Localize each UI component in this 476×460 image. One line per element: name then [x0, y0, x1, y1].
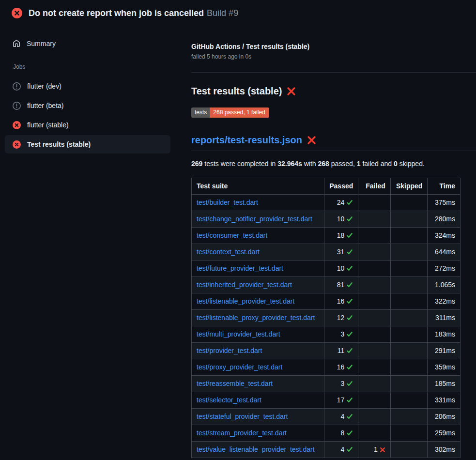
jobs-section-label: Jobs — [5, 63, 170, 71]
suite-link[interactable]: test/consumer_test.dart — [197, 231, 267, 239]
table-row: test/multi_provider_test.dart 3 183ms — [192, 326, 461, 343]
sidebar-job-item[interactable]: flutter (stable) — [5, 115, 170, 135]
suite-link[interactable]: test/proxy_provider_test.dart — [197, 363, 282, 371]
passed-cell: 3 — [324, 376, 358, 392]
passed-cell: 11 — [324, 343, 358, 359]
table-column-header: Failed — [358, 178, 390, 195]
suite-cell: test/change_notifier_provider_test.dart — [192, 211, 324, 228]
failed-cell — [358, 310, 390, 326]
neutral-status-icon — [13, 102, 21, 110]
table-row: test/future_provider_test.dart 10 272ms — [192, 261, 461, 277]
time-cell: 331ms — [428, 392, 461, 409]
table-column-header: Passed — [324, 178, 358, 195]
failed-cell — [358, 261, 390, 277]
failed-cell — [358, 359, 390, 376]
sidebar-job-item[interactable]: Test results (stable) — [5, 135, 170, 153]
skipped-cell — [390, 442, 428, 458]
badge-value: 268 passed, 1 failed — [210, 107, 269, 118]
time-cell: 291ms — [428, 343, 461, 359]
check-icon — [346, 298, 353, 305]
job-label: Test results (stable) — [27, 140, 91, 148]
suite-link[interactable]: test/future_provider_test.dart — [197, 264, 283, 272]
suite-link[interactable]: test/provider_test.dart — [197, 347, 262, 354]
build-header: Do not create report when job is cancell… — [0, 0, 476, 25]
job-label: flutter (beta) — [27, 102, 63, 109]
suite-link[interactable]: test/selector_test.dart — [197, 396, 261, 404]
suite-link[interactable]: test/reassemble_test.dart — [197, 380, 273, 387]
check-icon — [346, 314, 353, 321]
skipped-cell — [390, 310, 428, 326]
suite-link[interactable]: test/stream_provider_test.dart — [197, 429, 287, 437]
failed-cell — [358, 376, 390, 392]
table-header-row: Test suitePassedFailedSkippedTime — [192, 178, 461, 195]
jobs-list: flutter (dev) flutter (beta) flutter (st… — [5, 77, 170, 153]
check-icon — [346, 281, 353, 288]
table-row: test/stream_provider_test.dart 8 259ms — [192, 425, 461, 442]
suite-link[interactable]: test/multi_provider_test.dart — [197, 330, 280, 338]
skipped-cell — [390, 195, 428, 211]
suite-cell: test/selector_test.dart — [192, 392, 324, 409]
report-file-heading: reports/test-results.json — [191, 134, 476, 151]
check-section-title: Test results (stable) — [191, 85, 476, 97]
report-file-link[interactable]: reports/test-results.json — [191, 134, 302, 146]
check-icon — [346, 248, 353, 255]
skipped-cell — [390, 326, 428, 343]
failed-cell — [358, 425, 390, 442]
suite-cell: test/inherited_provider_test.dart — [192, 277, 324, 293]
passed-cell: 3 — [324, 326, 358, 343]
failed-cell — [358, 409, 390, 425]
table-row: test/listenable_provider_test.dart 16 32… — [192, 293, 461, 310]
suite-cell: test/listenable_proxy_provider_test.dart — [192, 310, 324, 326]
check-icon — [346, 380, 353, 387]
table-row: test/provider_test.dart 11 291ms — [192, 343, 461, 359]
failed-cell: 1 — [358, 442, 390, 458]
check-icon — [346, 265, 353, 272]
badge-label: tests — [191, 107, 210, 118]
passed-cell: 4 — [324, 442, 358, 458]
breadcrumb: GitHub Actions / Test results (stable) — [191, 43, 476, 51]
check-icon — [346, 446, 353, 453]
table-row: test/listenable_proxy_provider_test.dart… — [192, 310, 461, 326]
skipped-cell — [390, 376, 428, 392]
suite-link[interactable]: test/listenable_proxy_provider_test.dart — [197, 314, 315, 322]
suite-link[interactable]: test/change_notifier_provider_test.dart — [197, 215, 312, 223]
suite-link[interactable]: test/inherited_provider_test.dart — [197, 281, 292, 289]
skipped-cell — [390, 261, 428, 277]
check-icon — [346, 215, 353, 222]
failed-cell — [358, 228, 390, 244]
suite-cell: test/future_provider_test.dart — [192, 261, 324, 277]
passed-cell: 31 — [324, 244, 358, 261]
suite-link[interactable]: test/listenable_provider_test.dart — [197, 297, 294, 305]
passed-cell: 81 — [324, 277, 358, 293]
time-cell: 280ms — [428, 211, 461, 228]
failed-cell — [358, 277, 390, 293]
table-row: test/context_test.dart 31 644ms — [192, 244, 461, 261]
sidebar-job-item[interactable]: flutter (dev) — [5, 77, 170, 96]
skipped-cell — [390, 359, 428, 376]
check-icon — [346, 232, 353, 239]
passed-cell: 10 — [324, 211, 358, 228]
job-label: flutter (stable) — [27, 121, 69, 129]
failed-status-icon — [13, 140, 21, 149]
table-column-header: Time — [428, 178, 461, 195]
suite-link[interactable]: test/builder_test.dart — [197, 199, 258, 206]
table-row: test/inherited_provider_test.dart 81 1.0… — [192, 277, 461, 293]
sidebar-item-summary[interactable]: Summary — [5, 39, 170, 48]
skipped-cell — [390, 392, 428, 409]
check-icon — [346, 413, 353, 420]
table-column-header: Test suite — [192, 178, 324, 195]
skipped-cell — [390, 343, 428, 359]
check-icon — [346, 331, 353, 337]
skipped-cell — [390, 244, 428, 261]
table-row: test/proxy_provider_test.dart 16 359ms — [192, 359, 461, 376]
time-cell: 206ms — [428, 409, 461, 425]
divider — [191, 72, 476, 73]
skipped-cell — [390, 211, 428, 228]
suite-link[interactable]: test/value_listenable_provider_test.dart — [197, 445, 315, 453]
suite-link[interactable]: test/context_test.dart — [197, 248, 260, 256]
table-row: test/consumer_test.dart 18 324ms — [192, 228, 461, 244]
sidebar-job-item[interactable]: flutter (beta) — [5, 96, 170, 115]
suite-link[interactable]: test/stateful_provider_test.dart — [197, 413, 288, 420]
check-icon — [346, 429, 353, 436]
failed-cell — [358, 343, 390, 359]
